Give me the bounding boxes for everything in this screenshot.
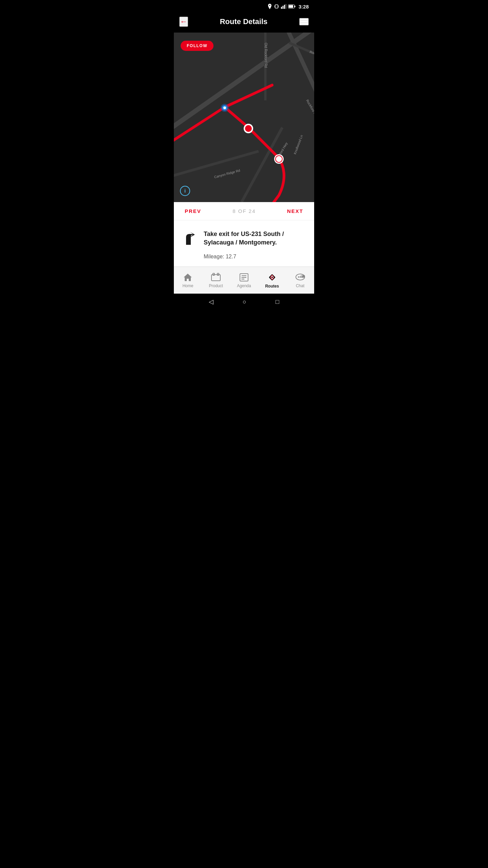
mileage-info: Mileage: 12.7 [204, 254, 307, 260]
svg-marker-35 [184, 274, 192, 281]
svg-line-15 [174, 151, 259, 178]
agenda-icon [239, 273, 249, 282]
vibrate-icon [274, 4, 279, 9]
nav-item-routes[interactable]: Routes [258, 273, 286, 289]
menu-button[interactable] [299, 18, 309, 25]
chat-icon [295, 273, 305, 282]
svg-rect-12 [300, 23, 308, 24]
svg-text:Rockford Hwy: Rockford Hwy [305, 99, 314, 119]
nav-label-home: Home [182, 283, 193, 288]
direction-panel: Take exit for US-231 South / Sylacauga /… [174, 220, 314, 267]
map-svg: Old Rockford Rd Rocky Ridge Rd Rockford … [174, 33, 314, 202]
svg-point-54 [298, 276, 299, 278]
svg-point-58 [302, 275, 305, 278]
nav-item-product[interactable]: Product [202, 273, 230, 288]
bottom-navigation: Home Product Agenda [174, 267, 314, 294]
svg-rect-5 [284, 5, 285, 9]
step-counter: 8 OF 24 [232, 208, 256, 214]
next-button[interactable]: NEXT [287, 208, 303, 214]
nav-label-agenda: Agenda [237, 283, 251, 288]
svg-point-43 [241, 277, 242, 278]
svg-point-31 [245, 125, 252, 132]
nav-item-home[interactable]: Home [174, 273, 202, 288]
menu-icon [300, 19, 308, 25]
direction-instruction: Take exit for US-231 South / Sylacauga /… [204, 230, 307, 247]
svg-rect-4 [282, 6, 283, 9]
svg-rect-1 [274, 5, 274, 7]
svg-point-45 [245, 277, 246, 278]
svg-text:Canyon Ridge Rd: Canyon Ridge Rd [214, 169, 241, 179]
direction-text-block: Take exit for US-231 South / Sylacauga /… [204, 230, 307, 254]
svg-rect-8 [294, 6, 295, 7]
back-system-button[interactable]: ◁ [209, 298, 214, 305]
svg-point-33 [277, 157, 281, 161]
svg-rect-10 [300, 19, 308, 20]
recents-system-button[interactable]: □ [276, 298, 279, 305]
svg-text:Rocky Ridge Rd: Rocky Ridge Rd [309, 50, 314, 60]
svg-rect-2 [278, 5, 279, 7]
svg-point-44 [243, 277, 244, 278]
follow-button[interactable]: FOLLOW [181, 41, 214, 51]
direction-content: Take exit for US-231 South / Sylacauga /… [181, 230, 307, 254]
page-title: Route Details [220, 17, 268, 26]
back-button[interactable]: ← [179, 17, 188, 27]
nav-label-routes: Routes [265, 284, 279, 289]
turn-right-arrow [182, 231, 196, 248]
svg-rect-6 [285, 4, 286, 9]
svg-line-16 [242, 127, 282, 202]
navigation-controls: PREV 8 OF 24 NEXT [174, 202, 314, 220]
battery-icon [288, 4, 296, 8]
svg-text:Old Rockford Rd: Old Rockford Rd [264, 43, 268, 68]
nav-item-chat[interactable]: Chat [286, 273, 314, 288]
svg-rect-11 [300, 21, 308, 22]
nav-label-chat: Chat [296, 283, 304, 288]
routes-icon [267, 273, 277, 282]
status-icons: 3:28 [267, 4, 309, 9]
system-nav-bar: ◁ ○ □ [174, 294, 314, 310]
location-icon [267, 4, 272, 9]
signal-icon [281, 4, 286, 9]
status-bar: 3:28 [174, 0, 314, 12]
nav-label-product: Product [209, 283, 223, 288]
svg-line-19 [225, 107, 248, 127]
info-button[interactable]: i [180, 186, 190, 196]
nav-item-agenda[interactable]: Agenda [230, 273, 258, 288]
home-icon [183, 273, 192, 282]
svg-rect-0 [275, 5, 278, 8]
svg-rect-3 [281, 7, 282, 9]
svg-point-46 [241, 279, 242, 280]
svg-point-47 [243, 279, 244, 280]
svg-text:Knollwood Ln: Knollwood Ln [293, 134, 304, 155]
prev-button[interactable]: PREV [185, 208, 201, 214]
svg-point-29 [223, 106, 226, 109]
map-area: Old Rockford Rd Rocky Ridge Rd Rockford … [174, 33, 314, 202]
product-icon [211, 273, 221, 282]
direction-icon [181, 231, 198, 248]
svg-rect-9 [289, 5, 293, 8]
home-system-button[interactable]: ○ [243, 298, 246, 305]
status-time: 3:28 [299, 4, 309, 9]
app-header: ← Route Details [174, 12, 314, 33]
svg-line-14 [286, 33, 314, 202]
